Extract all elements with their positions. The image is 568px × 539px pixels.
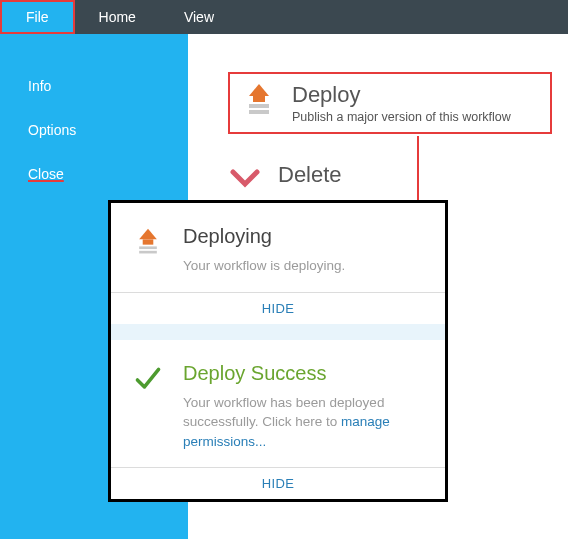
success-panel: Deploy Success Your workflow has been de… — [111, 340, 445, 468]
sidebar-item-options[interactable]: Options — [0, 108, 188, 152]
status-overlay: Deploying Your workflow is deploying. HI… — [108, 200, 448, 502]
deploy-subtitle: Publish a major version of this workflow — [292, 110, 511, 124]
deploy-title: Deploy — [292, 82, 511, 108]
svg-rect-2 — [249, 104, 269, 108]
success-hide-button[interactable]: HIDE — [111, 467, 445, 499]
deploy-icon — [242, 82, 276, 116]
sidebar-item-info[interactable]: Info — [0, 64, 188, 108]
success-message: Your workflow has been deployed successf… — [183, 393, 425, 452]
delete-card[interactable]: Delete — [228, 162, 342, 196]
svg-rect-8 — [139, 246, 157, 249]
deploying-icon — [131, 225, 165, 259]
svg-rect-7 — [143, 239, 154, 244]
file-tab[interactable]: File — [0, 0, 75, 34]
svg-marker-0 — [249, 84, 269, 96]
tab-bar: File Home View — [0, 0, 568, 34]
view-tab[interactable]: View — [160, 0, 238, 34]
home-tab[interactable]: Home — [75, 0, 160, 34]
deploy-card[interactable]: Deploy Publish a major version of this w… — [228, 72, 552, 134]
panel-separator — [111, 324, 445, 340]
delete-icon — [228, 162, 262, 196]
svg-rect-1 — [253, 96, 265, 102]
file-tab-label: File — [26, 9, 49, 25]
deploying-title: Deploying — [183, 225, 425, 248]
content-area: Deploy Publish a major version of this w… — [188, 34, 568, 539]
delete-title: Delete — [278, 162, 342, 188]
success-title: Deploy Success — [183, 362, 425, 385]
deploying-message: Your workflow is deploying. — [183, 256, 425, 276]
deploying-hide-label: HIDE — [262, 301, 294, 316]
svg-rect-3 — [249, 110, 269, 114]
svg-rect-9 — [139, 251, 157, 254]
svg-marker-6 — [139, 229, 157, 240]
success-icon — [131, 362, 165, 396]
deploying-panel: Deploying Your workflow is deploying. — [111, 203, 445, 292]
view-tab-label: View — [184, 9, 214, 25]
sidebar-item-close[interactable]: Close — [0, 152, 188, 196]
deploying-hide-button[interactable]: HIDE — [111, 292, 445, 324]
sidebar-label-close: Close — [28, 166, 64, 182]
sidebar-label-options: Options — [28, 122, 76, 138]
home-tab-label: Home — [99, 9, 136, 25]
success-hide-label: HIDE — [262, 476, 294, 491]
sidebar-label-info: Info — [28, 78, 51, 94]
